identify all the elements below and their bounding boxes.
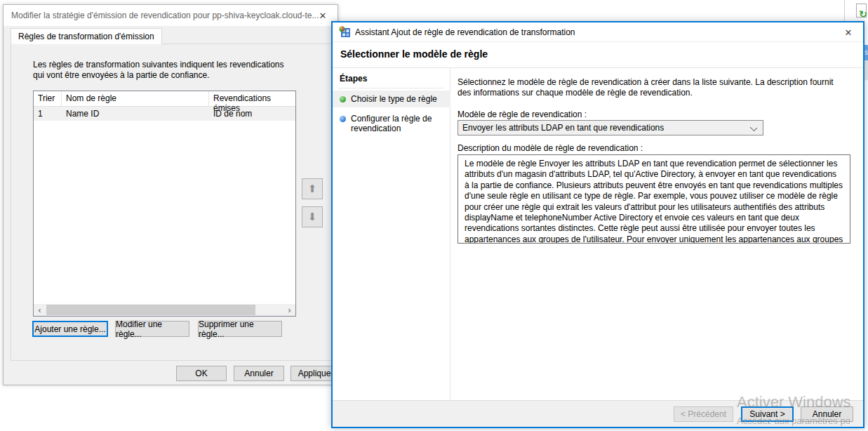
- step-pending-bullet-icon: [340, 116, 346, 122]
- chevron-down-icon: [750, 124, 757, 131]
- steps-header: Étapes: [340, 74, 367, 84]
- edit-rule-button[interactable]: Modifier une règle...: [115, 321, 189, 337]
- step-choose-rule-type: Choisir le type de règle: [333, 91, 450, 107]
- claim-rule-template-label: Modèle de règle de revendication :: [458, 110, 587, 119]
- refresh-arrow-icon: ↻: [859, 10, 867, 18]
- cell-rule-name: Name ID: [62, 107, 209, 121]
- wizard-footer: < Précédent Suivant > Annuler: [333, 400, 863, 427]
- wizard-page-heading: Sélectionner le modèle de règle: [340, 48, 488, 60]
- step-configure-claim-rule: Configurer la règle de revendication: [333, 110, 450, 137]
- ok-button[interactable]: OK: [176, 366, 227, 381]
- refresh-icon[interactable]: ↻: [856, 4, 867, 18]
- column-header-rule-name[interactable]: Nom de règle: [62, 91, 209, 106]
- arrow-up-icon: ⬆: [308, 183, 317, 195]
- tab-page: Les règles de transformation suivantes i…: [11, 44, 335, 361]
- move-rule-up-button[interactable]: ⬆: [302, 178, 323, 199]
- background-selected-item-sliver: s: [864, 45, 868, 60]
- step-label: Configurer la règle de revendication: [351, 114, 432, 133]
- wizard-titlebar: Assistant Ajout de règle de revendicatio…: [333, 22, 863, 42]
- desktop: ↻ s Modifier la stratégie d'émission de …: [0, 0, 868, 431]
- steps-panel: Étapes Choisir le type de règle Configur…: [333, 68, 450, 403]
- console-pane-divider: [844, 0, 845, 21]
- horizontal-scrollbar[interactable]: ‹ ›: [34, 304, 295, 316]
- wizard-cancel-button[interactable]: Annuler: [801, 406, 853, 422]
- cell-order: 1: [34, 107, 62, 121]
- edit-claim-issuance-policy-dialog: Modifier la stratégie d'émission de reve…: [3, 4, 338, 385]
- next-button[interactable]: Suivant >: [741, 406, 794, 422]
- column-header-order[interactable]: Trier: [34, 91, 62, 106]
- scroll-right-icon[interactable]: ›: [283, 304, 295, 316]
- tab-issuance-transform-rules[interactable]: Règles de transformation d'émission: [11, 28, 162, 44]
- column-header-issued-claims[interactable]: Revendications émises: [209, 91, 295, 106]
- claim-rule-template-select[interactable]: Envoyer les attributs LDAP en tant que r…: [458, 120, 763, 135]
- arrow-down-icon: ⬇: [308, 211, 317, 223]
- wizard-title: Assistant Ajout de règle de revendicatio…: [355, 27, 575, 37]
- dialog-titlebar: Modifier la stratégie d'émission de reve…: [4, 5, 338, 26]
- table-row[interactable]: 1 Name ID ID de nom: [34, 107, 295, 121]
- template-description-box: Le modèle de règle Envoyer les attributs…: [458, 154, 850, 244]
- cell-issued-claims: ID de nom: [209, 107, 295, 121]
- add-rule-button[interactable]: Ajouter une règle...: [32, 321, 108, 337]
- scrollbar-thumb[interactable]: [46, 305, 255, 315]
- move-rule-down-button[interactable]: ⬇: [302, 206, 323, 227]
- template-description-label: Description du modèle de règle de revend…: [458, 143, 643, 153]
- remove-rule-button[interactable]: Supprimer une règle...: [198, 321, 282, 337]
- selected-template-value: Envoyer les attributs LDAP en tant que r…: [462, 123, 664, 133]
- add-transform-claim-rule-wizard: Assistant Ajout de règle de revendicatio…: [331, 21, 864, 428]
- rules-table-header: Trier Nom de règle Revendications émises: [34, 91, 295, 107]
- scroll-left-icon[interactable]: ‹: [34, 304, 46, 316]
- background-panel-sliver: [864, 60, 868, 80]
- steps-separator: [338, 88, 443, 88]
- close-icon[interactable]: ✕: [838, 24, 859, 41]
- adfs-wizard-icon: [339, 26, 351, 38]
- rules-table: Trier Nom de règle Revendications émises…: [33, 91, 296, 317]
- step-active-bullet-icon: [340, 96, 346, 102]
- wizard-intro-text: Sélectionnez le modèle de règle de reven…: [458, 77, 848, 98]
- rules-intro-text: Les règles de transformation suivantes i…: [33, 60, 287, 81]
- step-label: Choisir le type de règle: [351, 94, 437, 104]
- previous-button[interactable]: < Précédent: [674, 406, 733, 422]
- dialog-title: Modifier la stratégie d'émission de reve…: [11, 11, 319, 20]
- cancel-button[interactable]: Annuler: [234, 366, 284, 381]
- close-icon[interactable]: ✕: [314, 8, 332, 23]
